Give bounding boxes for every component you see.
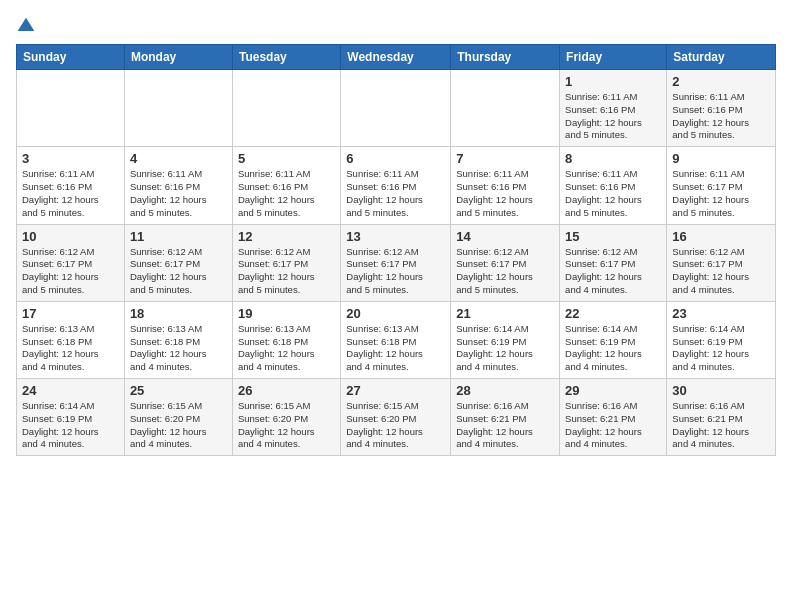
calendar-week-1: 1Sunrise: 6:11 AM Sunset: 6:16 PM Daylig… bbox=[17, 70, 776, 147]
weekday-header-sunday: Sunday bbox=[17, 45, 125, 70]
day-info: Sunrise: 6:11 AM Sunset: 6:16 PM Dayligh… bbox=[238, 168, 335, 219]
day-info: Sunrise: 6:12 AM Sunset: 6:17 PM Dayligh… bbox=[456, 246, 554, 297]
day-number: 21 bbox=[456, 306, 554, 321]
day-info: Sunrise: 6:13 AM Sunset: 6:18 PM Dayligh… bbox=[238, 323, 335, 374]
day-number: 15 bbox=[565, 229, 661, 244]
calendar-cell: 29Sunrise: 6:16 AM Sunset: 6:21 PM Dayli… bbox=[560, 379, 667, 456]
calendar-cell: 14Sunrise: 6:12 AM Sunset: 6:17 PM Dayli… bbox=[451, 224, 560, 301]
day-number: 30 bbox=[672, 383, 770, 398]
calendar-cell: 13Sunrise: 6:12 AM Sunset: 6:17 PM Dayli… bbox=[341, 224, 451, 301]
logo bbox=[16, 16, 38, 36]
svg-marker-0 bbox=[18, 18, 35, 31]
calendar-cell: 17Sunrise: 6:13 AM Sunset: 6:18 PM Dayli… bbox=[17, 301, 125, 378]
calendar-cell: 9Sunrise: 6:11 AM Sunset: 6:17 PM Daylig… bbox=[667, 147, 776, 224]
calendar-cell: 3Sunrise: 6:11 AM Sunset: 6:16 PM Daylig… bbox=[17, 147, 125, 224]
calendar-cell bbox=[124, 70, 232, 147]
day-number: 2 bbox=[672, 74, 770, 89]
page-header bbox=[16, 16, 776, 36]
day-info: Sunrise: 6:11 AM Sunset: 6:16 PM Dayligh… bbox=[346, 168, 445, 219]
calendar-cell: 22Sunrise: 6:14 AM Sunset: 6:19 PM Dayli… bbox=[560, 301, 667, 378]
day-number: 19 bbox=[238, 306, 335, 321]
day-number: 14 bbox=[456, 229, 554, 244]
day-info: Sunrise: 6:12 AM Sunset: 6:17 PM Dayligh… bbox=[565, 246, 661, 297]
day-info: Sunrise: 6:11 AM Sunset: 6:16 PM Dayligh… bbox=[565, 91, 661, 142]
calendar-cell: 6Sunrise: 6:11 AM Sunset: 6:16 PM Daylig… bbox=[341, 147, 451, 224]
day-number: 29 bbox=[565, 383, 661, 398]
weekday-header-wednesday: Wednesday bbox=[341, 45, 451, 70]
calendar-cell: 18Sunrise: 6:13 AM Sunset: 6:18 PM Dayli… bbox=[124, 301, 232, 378]
weekday-header-thursday: Thursday bbox=[451, 45, 560, 70]
day-info: Sunrise: 6:14 AM Sunset: 6:19 PM Dayligh… bbox=[672, 323, 770, 374]
day-number: 11 bbox=[130, 229, 227, 244]
weekday-header-friday: Friday bbox=[560, 45, 667, 70]
calendar-cell bbox=[232, 70, 340, 147]
calendar-cell: 2Sunrise: 6:11 AM Sunset: 6:16 PM Daylig… bbox=[667, 70, 776, 147]
day-number: 20 bbox=[346, 306, 445, 321]
calendar-cell: 28Sunrise: 6:16 AM Sunset: 6:21 PM Dayli… bbox=[451, 379, 560, 456]
day-number: 1 bbox=[565, 74, 661, 89]
day-number: 18 bbox=[130, 306, 227, 321]
weekday-header-saturday: Saturday bbox=[667, 45, 776, 70]
calendar-cell: 4Sunrise: 6:11 AM Sunset: 6:16 PM Daylig… bbox=[124, 147, 232, 224]
day-number: 10 bbox=[22, 229, 119, 244]
day-number: 6 bbox=[346, 151, 445, 166]
day-info: Sunrise: 6:12 AM Sunset: 6:17 PM Dayligh… bbox=[672, 246, 770, 297]
day-info: Sunrise: 6:14 AM Sunset: 6:19 PM Dayligh… bbox=[22, 400, 119, 451]
day-info: Sunrise: 6:15 AM Sunset: 6:20 PM Dayligh… bbox=[346, 400, 445, 451]
calendar-cell: 26Sunrise: 6:15 AM Sunset: 6:20 PM Dayli… bbox=[232, 379, 340, 456]
calendar-week-5: 24Sunrise: 6:14 AM Sunset: 6:19 PM Dayli… bbox=[17, 379, 776, 456]
day-info: Sunrise: 6:14 AM Sunset: 6:19 PM Dayligh… bbox=[565, 323, 661, 374]
calendar-cell: 20Sunrise: 6:13 AM Sunset: 6:18 PM Dayli… bbox=[341, 301, 451, 378]
calendar-cell: 5Sunrise: 6:11 AM Sunset: 6:16 PM Daylig… bbox=[232, 147, 340, 224]
day-info: Sunrise: 6:11 AM Sunset: 6:17 PM Dayligh… bbox=[672, 168, 770, 219]
calendar-cell: 12Sunrise: 6:12 AM Sunset: 6:17 PM Dayli… bbox=[232, 224, 340, 301]
calendar-cell: 27Sunrise: 6:15 AM Sunset: 6:20 PM Dayli… bbox=[341, 379, 451, 456]
weekday-header-row: SundayMondayTuesdayWednesdayThursdayFrid… bbox=[17, 45, 776, 70]
day-info: Sunrise: 6:12 AM Sunset: 6:17 PM Dayligh… bbox=[346, 246, 445, 297]
calendar-week-2: 3Sunrise: 6:11 AM Sunset: 6:16 PM Daylig… bbox=[17, 147, 776, 224]
day-info: Sunrise: 6:13 AM Sunset: 6:18 PM Dayligh… bbox=[130, 323, 227, 374]
day-number: 27 bbox=[346, 383, 445, 398]
calendar-cell: 7Sunrise: 6:11 AM Sunset: 6:16 PM Daylig… bbox=[451, 147, 560, 224]
calendar-cell: 16Sunrise: 6:12 AM Sunset: 6:17 PM Dayli… bbox=[667, 224, 776, 301]
calendar-table: SundayMondayTuesdayWednesdayThursdayFrid… bbox=[16, 44, 776, 456]
day-number: 22 bbox=[565, 306, 661, 321]
calendar-cell: 24Sunrise: 6:14 AM Sunset: 6:19 PM Dayli… bbox=[17, 379, 125, 456]
day-number: 7 bbox=[456, 151, 554, 166]
calendar-cell: 25Sunrise: 6:15 AM Sunset: 6:20 PM Dayli… bbox=[124, 379, 232, 456]
day-info: Sunrise: 6:12 AM Sunset: 6:17 PM Dayligh… bbox=[130, 246, 227, 297]
calendar-cell: 30Sunrise: 6:16 AM Sunset: 6:21 PM Dayli… bbox=[667, 379, 776, 456]
calendar-cell bbox=[17, 70, 125, 147]
day-number: 5 bbox=[238, 151, 335, 166]
day-info: Sunrise: 6:15 AM Sunset: 6:20 PM Dayligh… bbox=[130, 400, 227, 451]
calendar-week-4: 17Sunrise: 6:13 AM Sunset: 6:18 PM Dayli… bbox=[17, 301, 776, 378]
day-info: Sunrise: 6:15 AM Sunset: 6:20 PM Dayligh… bbox=[238, 400, 335, 451]
day-info: Sunrise: 6:16 AM Sunset: 6:21 PM Dayligh… bbox=[456, 400, 554, 451]
day-number: 23 bbox=[672, 306, 770, 321]
calendar-body: 1Sunrise: 6:11 AM Sunset: 6:16 PM Daylig… bbox=[17, 70, 776, 456]
day-info: Sunrise: 6:11 AM Sunset: 6:16 PM Dayligh… bbox=[456, 168, 554, 219]
day-number: 8 bbox=[565, 151, 661, 166]
calendar-cell: 8Sunrise: 6:11 AM Sunset: 6:16 PM Daylig… bbox=[560, 147, 667, 224]
day-number: 12 bbox=[238, 229, 335, 244]
calendar-cell: 23Sunrise: 6:14 AM Sunset: 6:19 PM Dayli… bbox=[667, 301, 776, 378]
calendar-cell: 21Sunrise: 6:14 AM Sunset: 6:19 PM Dayli… bbox=[451, 301, 560, 378]
day-number: 16 bbox=[672, 229, 770, 244]
calendar-cell bbox=[451, 70, 560, 147]
calendar-cell: 15Sunrise: 6:12 AM Sunset: 6:17 PM Dayli… bbox=[560, 224, 667, 301]
weekday-header-monday: Monday bbox=[124, 45, 232, 70]
day-number: 13 bbox=[346, 229, 445, 244]
day-info: Sunrise: 6:13 AM Sunset: 6:18 PM Dayligh… bbox=[346, 323, 445, 374]
day-number: 26 bbox=[238, 383, 335, 398]
calendar-week-3: 10Sunrise: 6:12 AM Sunset: 6:17 PM Dayli… bbox=[17, 224, 776, 301]
day-info: Sunrise: 6:12 AM Sunset: 6:17 PM Dayligh… bbox=[238, 246, 335, 297]
day-info: Sunrise: 6:13 AM Sunset: 6:18 PM Dayligh… bbox=[22, 323, 119, 374]
day-info: Sunrise: 6:14 AM Sunset: 6:19 PM Dayligh… bbox=[456, 323, 554, 374]
day-number: 28 bbox=[456, 383, 554, 398]
weekday-header-tuesday: Tuesday bbox=[232, 45, 340, 70]
day-number: 9 bbox=[672, 151, 770, 166]
day-info: Sunrise: 6:12 AM Sunset: 6:17 PM Dayligh… bbox=[22, 246, 119, 297]
day-info: Sunrise: 6:11 AM Sunset: 6:16 PM Dayligh… bbox=[565, 168, 661, 219]
day-info: Sunrise: 6:16 AM Sunset: 6:21 PM Dayligh… bbox=[565, 400, 661, 451]
day-number: 3 bbox=[22, 151, 119, 166]
